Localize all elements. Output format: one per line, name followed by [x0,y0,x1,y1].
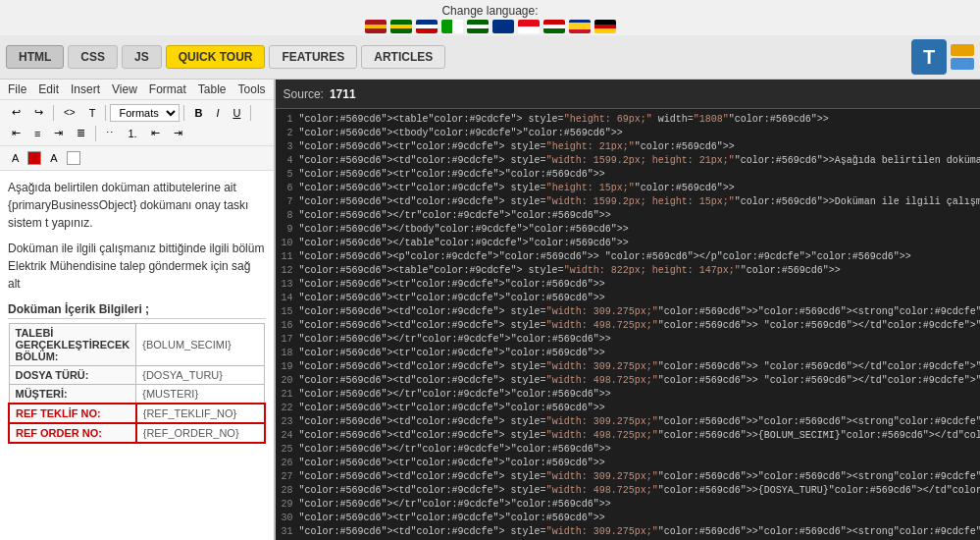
source-line: 19"color:#569cd6"><td"color:#9cdcfe"> st… [276,360,980,374]
menu-view[interactable]: View [112,82,137,96]
tab-articles[interactable]: ARTICLES [361,45,445,69]
source-line: 23"color:#569cd6"><td"color:#9cdcfe"> st… [276,415,980,429]
align-right-button[interactable]: ⇥ [48,124,69,142]
tab-quick-tour[interactable]: QUICK TOUR [166,45,266,69]
source-line: 21"color:#569cd6"></tr"color:#9cdcfe">"c… [276,388,980,402]
editor-text-1: Aşağıda belirtilen doküman attibutelerin… [8,179,266,232]
flag-russia[interactable] [416,20,438,33]
menu-file[interactable]: File [8,82,26,96]
list-ordered-button[interactable]: 1. [122,125,142,142]
source-line: 6"color:#569cd6"><tr"color:#9cdcfe"> sty… [276,182,980,195]
source-line: 12"color:#569cd6"><table"color:#9cdcfe">… [276,264,980,278]
logo-orange-box [951,44,974,56]
source-line: 27"color:#569cd6"><td"color:#9cdcfe"> st… [276,470,980,484]
source-line: 1"color:#569cd6"><table"color:#9cdcfe"> … [276,113,980,127]
justify-button[interactable]: ≣ [71,124,91,142]
redo-button[interactable]: ↪ [28,103,49,122]
table-row-label: DOSYA TÜRÜ: [9,366,136,385]
source-line: 24"color:#569cd6"><td"color:#9cdcfe"> st… [276,429,980,443]
top-bar: Change language: [0,0,980,35]
source-line: 10"color:#569cd6"></table"color:#9cdcfe"… [276,237,980,250]
source-panel: Source: 1711 ↩ ↪ aA + ⧉ ⟳ ⬇ 🔖 ⬆ ⚙ Clean … [276,80,980,540]
sep3 [183,105,184,121]
flags-row [0,20,980,33]
tab-css[interactable]: CSS [68,45,118,69]
menu-edit[interactable]: Edit [38,82,59,96]
source-line: 28"color:#569cd6"><td"color:#9cdcfe"> st… [276,484,980,498]
source-line: 17"color:#569cd6"></tr"color:#9cdcfe">"c… [276,333,980,347]
source-line: 29"color:#569cd6"></tr"color:#9cdcfe">"c… [276,498,980,512]
source-header: Source: 1711 ↩ ↪ aA + ⧉ ⟳ ⬇ 🔖 ⬆ ⚙ Clean … [276,80,980,109]
flag-2[interactable] [492,20,514,33]
flag-3[interactable] [543,20,565,33]
doc-section-title: Doküman İçerik Bilgileri ; [8,302,266,319]
table-row-label: MÜŞTERİ: [9,385,136,405]
logo-area: T [911,39,974,75]
table-row-label: TALEBİ GERÇEKLEŞTİRECEK BÖLÜM: [9,324,136,366]
source-line: 15"color:#569cd6"><td"color:#9cdcfe"> st… [276,305,980,319]
menu-tools[interactable]: Tools [238,82,266,96]
editor-panel: File Edit Insert View Format Table Tools… [0,80,276,540]
source-line: 2"color:#569cd6"><tbody"color:#9cdcfe">"… [276,127,980,140]
sep4 [250,105,251,121]
source-line: 9"color:#569cd6"></tbody"color:#9cdcfe">… [276,223,980,237]
tab-features[interactable]: FEATURES [269,45,357,69]
table-row-value: {MUSTERI} [136,385,265,405]
source-code[interactable]: 1"color:#569cd6"><table"color:#9cdcfe"> … [276,109,980,540]
source-line: 25"color:#569cd6"></tr"color:#9cdcfe">"c… [276,443,980,457]
source-line: 22"color:#569cd6"><tr"color:#9cdcfe">"co… [276,402,980,415]
logo-blue-box [951,58,974,70]
source-line: 31"color:#569cd6"><td"color:#9cdcfe"> st… [276,525,980,539]
sep5 [95,126,96,141]
tab-js[interactable]: JS [122,45,162,69]
italic-button[interactable]: I [210,104,225,122]
source-line: 20"color:#569cd6"><td"color:#9cdcfe"> st… [276,374,980,388]
table-row-value: {BOLUM_SECIMI} [136,324,265,366]
flag-germany[interactable] [594,20,616,33]
outdent-button[interactable]: ⇤ [145,124,166,142]
logo: T [911,39,947,75]
align-left-button[interactable]: ⇤ [6,124,26,142]
menu-format[interactable]: Format [149,82,186,96]
sep2 [105,105,106,121]
color-indicator [27,151,41,165]
flag-turkey[interactable] [518,20,540,33]
bg-color-button[interactable]: A [44,149,63,167]
source-line: 11"color:#569cd6"><p"color:#9cdcfe">"col… [276,250,980,264]
undo-button[interactable]: ↩ [6,103,26,122]
flag-1[interactable] [441,20,463,33]
formats-select[interactable]: Formats [110,104,180,122]
flag-saudi[interactable] [467,20,489,33]
editor-text-2: Doküman ile ilgili çalışmanız bittiğinde… [8,240,266,293]
menu-insert[interactable]: Insert [71,82,100,96]
source-button[interactable]: <> [58,104,81,121]
flag-brazil[interactable] [390,20,412,33]
underline-button[interactable]: U [227,104,246,122]
list-bullet-button[interactable]: ⋅⋅ [100,124,120,142]
table-row-value: {REF_ORDER_NO} [136,423,265,443]
tab-html[interactable]: HTML [6,45,64,69]
source-line: 13"color:#569cd6"><tr"color:#9cdcfe">"co… [276,278,980,292]
source-line: 8"color:#569cd6"></tr"color:#9cdcfe">"co… [276,209,980,223]
source-line: 30"color:#569cd6"><tr"color:#9cdcfe">"co… [276,512,980,525]
source-line: 3"color:#569cd6"><tr"color:#9cdcfe"> sty… [276,140,980,154]
source-line: 26"color:#569cd6"><tr"color:#9cdcfe">"co… [276,457,980,470]
doc-table: TALEBİ GERÇEKLEŞTİRECEK BÖLÜM:{BOLUM_SEC… [8,323,266,444]
source-line: 7"color:#569cd6"><td"color:#9cdcfe"> sty… [276,195,980,209]
text-color-button[interactable]: A [6,149,25,167]
bold-button[interactable]: B [188,104,208,122]
editor-menu: File Edit Insert View Format Table Tools [0,80,274,100]
menu-table[interactable]: Table [198,82,227,96]
text-button[interactable]: T [83,104,102,122]
editor-toolbar-2: A A [0,146,274,171]
align-center-button[interactable]: ≡ [28,125,46,142]
flag-spain[interactable] [365,20,387,33]
main-container: File Edit Insert View Format Table Tools… [0,80,980,540]
bg-color-indicator [67,151,80,165]
indent-button[interactable]: ⇥ [168,124,188,142]
source-count: 1711 [330,87,356,101]
change-language-label: Change language: [441,4,538,18]
flag-4[interactable] [569,20,591,33]
source-label: Source: [284,87,324,101]
logo-extra [951,44,974,70]
